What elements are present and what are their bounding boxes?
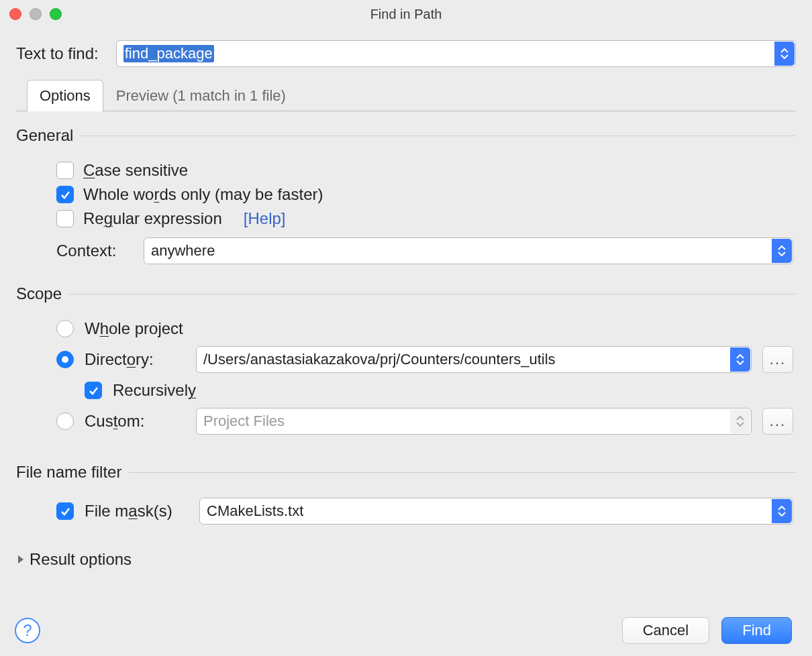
scope-directory-label: Directory:: [85, 350, 185, 369]
text-to-find-input[interactable]: find_package: [116, 40, 796, 67]
section-file-filter-label: File name filter: [16, 463, 121, 482]
case-sensitive-checkbox[interactable]: [56, 162, 74, 179]
section-scope: Scope: [16, 284, 796, 303]
tab-preview[interactable]: Preview (1 match in 1 file): [103, 80, 299, 111]
context-value: anywhere: [151, 242, 215, 260]
titlebar: Find in Path: [0, 0, 812, 28]
recursively-label: Recursively: [113, 381, 196, 400]
custom-scope-browse-button[interactable]: ...: [762, 408, 793, 435]
scope-whole-project-radio[interactable]: [56, 320, 74, 337]
regex-help-link[interactable]: [Help]: [244, 209, 286, 228]
scope-custom-label: Custom:: [85, 412, 185, 431]
section-scope-label: Scope: [16, 284, 62, 303]
help-button[interactable]: ?: [15, 618, 40, 643]
section-general-label: General: [16, 126, 73, 145]
custom-scope-stepper-icon: [730, 409, 750, 433]
context-stepper-icon[interactable]: [772, 239, 792, 263]
result-options-label: Result options: [30, 550, 132, 569]
section-file-filter: File name filter: [16, 463, 796, 482]
bottom-bar: ? Cancel Find: [0, 605, 812, 656]
cancel-button[interactable]: Cancel: [622, 617, 709, 644]
divider: [128, 472, 796, 473]
custom-scope-value: Project Files: [203, 413, 285, 430]
section-general: General: [16, 126, 796, 145]
scope-custom-radio[interactable]: [56, 413, 74, 430]
tab-options[interactable]: Options: [27, 80, 103, 111]
svg-marker-0: [18, 555, 23, 563]
regex-checkbox[interactable]: [56, 210, 74, 227]
text-to-find-value: find_package: [123, 45, 214, 62]
find-button[interactable]: Find: [721, 617, 792, 644]
directory-path-select[interactable]: /Users/anastasiakazakova/prj/Counters/co…: [196, 346, 752, 373]
directory-browse-button[interactable]: ...: [762, 346, 793, 373]
directory-history-stepper[interactable]: [730, 347, 750, 372]
custom-scope-select[interactable]: Project Files: [196, 408, 752, 435]
tab-bar: Options Preview (1 match in 1 file): [16, 79, 796, 111]
scope-directory-radio[interactable]: [56, 351, 74, 368]
recursively-checkbox[interactable]: [85, 382, 102, 399]
divider: [68, 294, 796, 294]
directory-path-value: /Users/anastasiakazakova/prj/Counters/co…: [203, 351, 556, 368]
context-select[interactable]: anywhere: [144, 237, 793, 264]
file-mask-value: CMakeLists.txt: [207, 502, 303, 520]
text-to-find-history-stepper[interactable]: [774, 42, 795, 66]
whole-words-label: Whole words only (may be faster): [83, 185, 323, 204]
window-title: Find in Path: [0, 7, 812, 22]
context-label: Context:: [56, 241, 129, 260]
result-options-disclosure[interactable]: Result options: [16, 550, 796, 569]
case-sensitive-label: Case sensitive: [83, 161, 188, 180]
file-mask-label: File mask(s): [85, 502, 189, 521]
file-mask-select[interactable]: CMakeLists.txt: [199, 498, 793, 525]
divider: [80, 135, 796, 136]
scope-whole-project-label: Whole project: [85, 319, 183, 338]
file-mask-stepper-icon[interactable]: [772, 499, 792, 523]
whole-words-checkbox[interactable]: [56, 186, 74, 203]
regex-label: Regular expression: [83, 209, 222, 228]
file-mask-checkbox[interactable]: [56, 502, 74, 520]
text-to-find-label: Text to find:: [16, 44, 99, 63]
triangle-right-icon: [16, 555, 26, 564]
